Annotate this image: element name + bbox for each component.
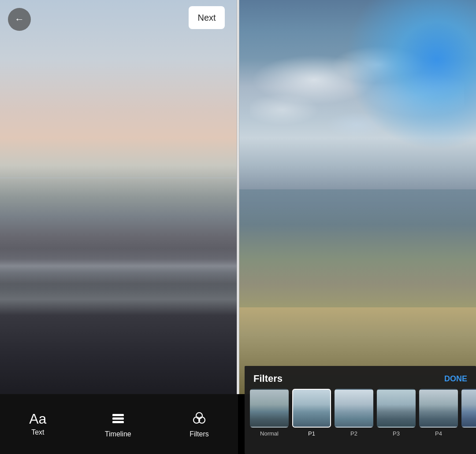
toolbar-item-filters[interactable]: Filters <box>190 410 209 438</box>
filter-name-p1: P1 <box>308 430 315 437</box>
toolbar-text-label: Text <box>31 428 44 436</box>
toolbar: Aa Text Timeline Filters <box>0 394 238 454</box>
filter-item-p3[interactable]: P3 <box>375 389 417 437</box>
next-label: Next <box>197 13 216 23</box>
filter-name-p3: P3 <box>393 430 400 437</box>
toolbar-item-text[interactable]: Aa Text <box>29 412 46 436</box>
toolbar-timeline-label: Timeline <box>105 430 131 438</box>
filter-name-p4: P4 <box>435 430 442 437</box>
main-image-area <box>0 0 476 394</box>
wave-overlay <box>0 262 238 315</box>
timeline-icon <box>111 410 126 428</box>
svg-rect-2 <box>112 421 124 423</box>
back-arrow-icon: ← <box>15 15 24 24</box>
left-image-panel <box>0 0 238 394</box>
filter-thumb-p4 <box>419 389 458 428</box>
right-image-panel <box>238 0 476 394</box>
filter-item-p2[interactable]: P2 <box>333 389 375 437</box>
filter-item-p1[interactable]: P1 <box>290 389 333 437</box>
filters-list: Normal P1 P2 P3 P4 C <box>245 389 476 437</box>
filter-name-normal: Normal <box>260 430 279 437</box>
svg-rect-1 <box>112 417 124 420</box>
filter-name-p2: P2 <box>350 430 357 437</box>
toolbar-item-timeline[interactable]: Timeline <box>105 410 131 438</box>
back-button[interactable]: ← <box>8 8 31 31</box>
right-photo <box>238 0 476 394</box>
filters-done-button[interactable]: DONE <box>444 374 467 384</box>
filters-icon <box>192 410 207 428</box>
text-icon: Aa <box>29 412 46 426</box>
filter-thumb-normal <box>250 389 289 428</box>
filter-item-p4[interactable]: P4 <box>417 389 460 437</box>
left-photo <box>0 0 238 394</box>
toolbar-filters-label: Filters <box>190 430 209 438</box>
filter-item-c[interactable]: C <box>460 389 476 437</box>
filters-title: Filters <box>253 373 283 384</box>
ocean-right <box>238 189 476 308</box>
filter-item-normal[interactable]: Normal <box>248 389 290 437</box>
filters-header: Filters DONE <box>245 366 476 389</box>
next-button[interactable]: Next <box>189 6 225 29</box>
svg-rect-0 <box>112 414 124 416</box>
filter-thumb-c <box>461 389 476 428</box>
filters-panel: Filters DONE Normal P1 P2 P3 P4 <box>245 366 476 454</box>
filter-thumb-p2 <box>335 389 373 428</box>
filter-thumb-p1 <box>292 389 331 428</box>
split-divider <box>237 0 239 394</box>
filter-thumb-p3 <box>377 389 416 428</box>
